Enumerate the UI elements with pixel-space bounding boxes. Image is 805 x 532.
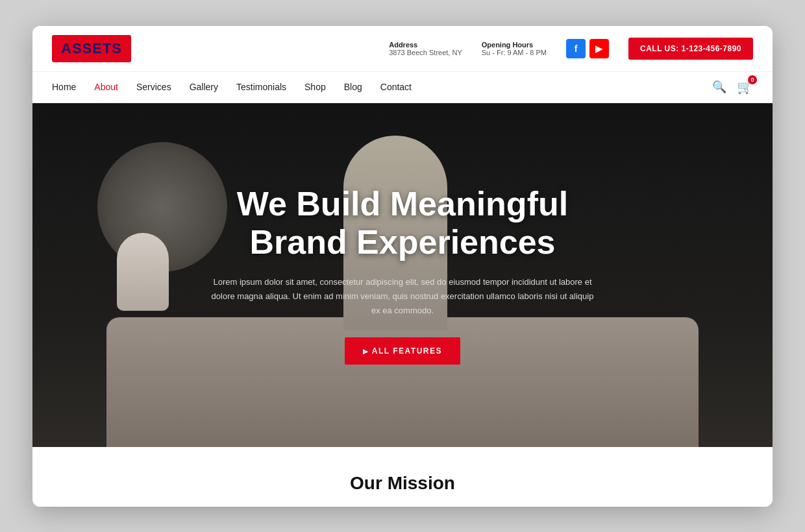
facebook-icon[interactable]: f [566, 39, 586, 58]
nav-link-shop[interactable]: Shop [304, 82, 326, 92]
hero-title-line2: Brand Experiences [249, 223, 555, 261]
nav-link-blog[interactable]: Blog [344, 82, 362, 92]
search-icon[interactable]: 🔍 [712, 80, 726, 94]
hours-block: Opening Hours Su - Fr: 9 AM - 8 PM [482, 41, 547, 56]
cart-wrapper[interactable]: 🛒 0 [737, 79, 753, 95]
logo-text: ASSETS [61, 40, 122, 56]
nav-bar: Home About Services Gallery Testimonials… [32, 72, 773, 103]
hours-label: Opening Hours [482, 41, 547, 49]
social-icons: f ▶ [566, 39, 609, 58]
nav-item-services[interactable]: Services [136, 81, 171, 93]
call-button[interactable]: CALL US: 1-123-456-7890 [628, 38, 753, 60]
hours-value: Su - Fr: 9 AM - 8 PM [482, 49, 547, 56]
nav-link-home[interactable]: Home [52, 82, 76, 92]
hero-content: We Build Meaningful Brand Experiences Lo… [208, 185, 597, 365]
nav-right: 🔍 🛒 0 [712, 79, 753, 95]
hero-subtitle: Lorem ipsum dolor sit amet, consectetur … [208, 275, 597, 318]
nav-item-testimonials[interactable]: Testimonials [236, 81, 286, 93]
hero-cta-button[interactable]: ALL FEATURES [345, 337, 460, 365]
nav-item-shop[interactable]: Shop [304, 81, 326, 93]
nav-link-gallery[interactable]: Gallery [190, 82, 218, 92]
statue-decor [117, 233, 169, 311]
top-info-area: Address 3873 Beech Street, NY Opening Ho… [389, 38, 753, 60]
hero-section: We Build Meaningful Brand Experiences Lo… [32, 103, 773, 447]
nav-link-about[interactable]: About [94, 82, 118, 92]
nav-item-blog[interactable]: Blog [344, 81, 362, 93]
address-block: Address 3873 Beech Street, NY [389, 41, 462, 56]
logo-ass: ASS [61, 40, 92, 56]
cart-badge: 0 [748, 75, 757, 84]
hero-title-line1: We Build Meaningful [237, 185, 568, 223]
youtube-icon[interactable]: ▶ [589, 39, 609, 58]
mission-section: Our Mission [32, 447, 773, 507]
nav-item-about[interactable]: About [94, 81, 118, 93]
address-value: 3873 Beech Street, NY [389, 49, 462, 56]
logo[interactable]: ASSETS [52, 35, 131, 62]
nav-item-home[interactable]: Home [52, 81, 76, 93]
hero-title: We Build Meaningful Brand Experiences [208, 185, 597, 263]
nav-link-contact[interactable]: Contact [380, 82, 412, 92]
browser-window: ASSETS Address 3873 Beech Street, NY Ope… [32, 26, 773, 507]
top-bar: ASSETS Address 3873 Beech Street, NY Ope… [32, 26, 773, 72]
nav-link-services[interactable]: Services [136, 82, 171, 92]
logo-ets: ETS [92, 40, 122, 56]
mission-title: Our Mission [52, 473, 753, 494]
nav-item-gallery[interactable]: Gallery [190, 81, 218, 93]
address-label: Address [389, 41, 462, 49]
nav-link-testimonials[interactable]: Testimonials [236, 82, 286, 92]
nav-links: Home About Services Gallery Testimonials… [52, 81, 412, 93]
nav-item-contact[interactable]: Contact [380, 81, 412, 93]
